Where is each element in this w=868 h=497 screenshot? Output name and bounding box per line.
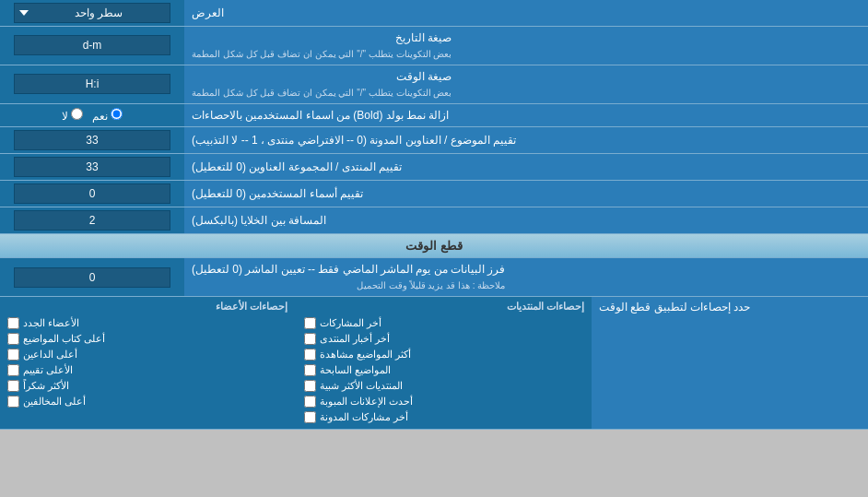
radio-no-label: لا: [62, 108, 83, 123]
radio-yes[interactable]: [111, 108, 123, 120]
check-top-rated[interactable]: [7, 364, 19, 376]
bold-remove-radio-group: نعم لا: [62, 108, 123, 123]
check-item-5: المنتديات الأكثر شبية: [304, 378, 585, 394]
subject-order-input[interactable]: [14, 130, 170, 150]
single-line-cell: سطر واحد سطران ثلاثة أسطر: [0, 0, 184, 26]
check-item-m2: أعلى كتاب المواضيع: [7, 331, 288, 347]
check-latest-posts[interactable]: [304, 317, 316, 329]
cutoff-input[interactable]: [14, 267, 170, 288]
check-col-forums: إحصاءات المنتديات أخر المشاركات أخر أخبا…: [296, 297, 592, 429]
bold-remove-cell: نعم لا: [0, 104, 184, 127]
section-cutoff-header: قطع الوقت: [0, 234, 868, 258]
check-item-2: أخر أخبار المنتدى: [304, 331, 585, 347]
forum-order-cell: [0, 154, 184, 180]
check-new-members[interactable]: [7, 317, 19, 329]
check-item-1: أخر المشاركات: [304, 315, 585, 331]
date-format-input[interactable]: [14, 35, 170, 55]
users-order-label: تقييم أسماء المستخدمين (0 للتعطيل): [184, 181, 868, 207]
forum-order-title: تقييم المنتدى / المجموعة العناوين (0 للت…: [192, 160, 402, 175]
forum-order-label: تقييم المنتدى / المجموعة العناوين (0 للت…: [184, 154, 868, 180]
check-blog-posts[interactable]: [304, 411, 316, 423]
cutoff-title: فرز البيانات من يوم الماشر الماضي فقط --…: [192, 263, 505, 276]
date-format-label: صيغة التاريخ بعض التكوينات يتطلب "/" الت…: [184, 27, 868, 65]
check-top-violators[interactable]: [7, 396, 19, 408]
space-between-input[interactable]: [14, 210, 170, 231]
col1-title: إحصاءات المنتديات: [304, 301, 585, 313]
check-item-4: المواضيع السابحة: [304, 362, 585, 378]
bold-remove-label: ازالة نمط بولد (Bold) من اسماء المستخدمي…: [184, 104, 868, 127]
check-item-m4: الأعلى تقييم: [7, 362, 288, 378]
page-title: العرض: [192, 6, 224, 21]
single-line-select[interactable]: سطر واحد سطران ثلاثة أسطر: [14, 3, 170, 23]
cutoff-label: فرز البيانات من يوم الماشر الماضي فقط --…: [184, 258, 868, 296]
check-most-similar[interactable]: [304, 380, 316, 392]
check-top-inviters[interactable]: [7, 349, 19, 361]
space-between-title: المسافة بين الخلايا (بالبكسل): [192, 213, 326, 229]
check-forum-news[interactable]: [304, 333, 316, 345]
checkboxes-section: حدد إحصاءات لتطبيق قطع الوقت إحصاءات الم…: [0, 297, 868, 430]
space-between-cell: [0, 207, 184, 233]
check-item-7: أخر مشاركات المدونة: [304, 409, 585, 425]
radio-no[interactable]: [71, 108, 83, 120]
users-order-input[interactable]: [14, 183, 170, 204]
time-format-input[interactable]: [14, 74, 170, 94]
date-format-desc: بعض التكوينات يتطلب "/" التي يمكن ان تضا…: [192, 48, 452, 61]
check-item-3: أكثر المواضيع مشاهدة: [304, 347, 585, 362]
check-latest-ads[interactable]: [304, 396, 316, 408]
check-item-m6: أعلى المخالفين: [7, 394, 288, 409]
checkboxes-section-label: حدد إحصاءات لتطبيق قطع الوقت: [599, 301, 750, 314]
check-item-m1: الأعضاء الجدد: [7, 315, 288, 331]
checkboxes-label-cell: حدد إحصاءات لتطبيق قطع الوقت: [592, 297, 868, 429]
check-col-members: إحصاءات الأعضاء الأعضاء الجدد أعلى كتاب …: [0, 297, 296, 429]
check-most-thanked[interactable]: [7, 380, 19, 392]
check-item-m5: الأكثر شكراً: [7, 378, 288, 394]
time-format-label: صيغة الوقت بعض التكوينات يتطلب "/" التي …: [184, 65, 868, 103]
check-item-m3: أعلى الداعين: [7, 347, 288, 362]
date-format-input-cell: [0, 27, 184, 65]
radio-yes-label: نعم: [92, 108, 123, 123]
cutoff-cell: [0, 258, 184, 296]
space-between-label: المسافة بين الخلايا (بالبكسل): [184, 207, 868, 233]
cutoff-note: ملاحظة : هذا قد يزيد قليلاً وقت التحميل: [192, 279, 505, 292]
date-format-title: صيغة التاريخ: [395, 31, 452, 44]
checkboxes-columns: إحصاءات المنتديات أخر المشاركات أخر أخبا…: [0, 297, 592, 429]
check-floating-topics[interactable]: [304, 364, 316, 376]
bold-remove-title: ازالة نمط بولد (Bold) من اسماء المستخدمي…: [192, 108, 449, 124]
time-format-input-cell: [0, 65, 184, 103]
header-label: العرض: [184, 0, 868, 26]
col2-title: إحصاءات الأعضاء: [7, 301, 288, 313]
section-cutoff-title: قطع الوقت: [405, 239, 463, 253]
time-format-desc: بعض التكوينات يتطلب "/" التي يمكن ان تضا…: [192, 87, 452, 100]
subject-order-cell: [0, 127, 184, 153]
time-format-title: صيغة الوقت: [396, 70, 452, 83]
forum-order-input[interactable]: [14, 157, 170, 177]
check-top-posters[interactable]: [7, 333, 19, 345]
check-most-viewed[interactable]: [304, 349, 316, 361]
subject-order-title: تقييم الموضوع / العناوين المدونة (0 -- ا…: [192, 133, 516, 148]
check-item-6: أحدث الإعلانات المبوبة: [304, 394, 585, 409]
subject-order-label: تقييم الموضوع / العناوين المدونة (0 -- ا…: [184, 127, 868, 153]
users-order-title: تقييم أسماء المستخدمين (0 للتعطيل): [192, 186, 363, 202]
users-order-cell: [0, 181, 184, 207]
